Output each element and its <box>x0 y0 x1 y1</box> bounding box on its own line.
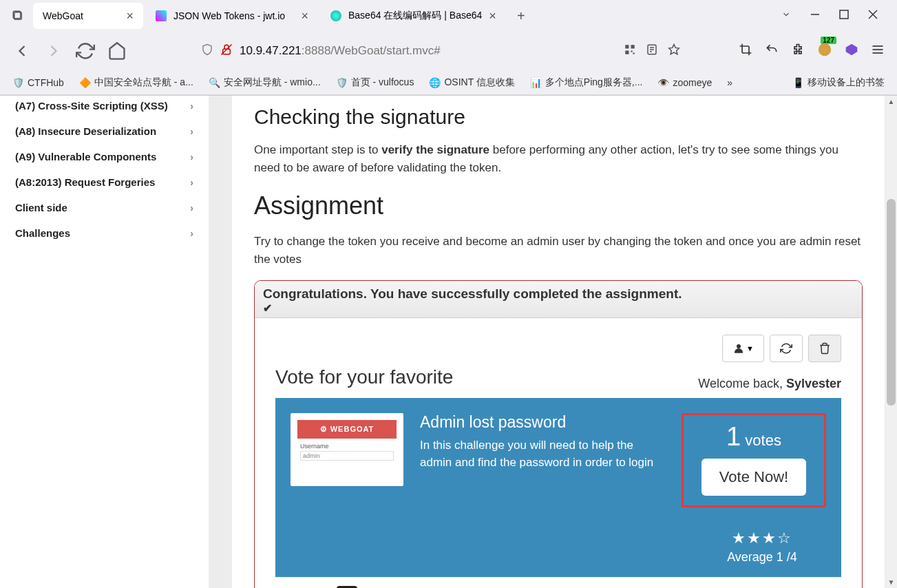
svg-rect-3 <box>840 10 848 19</box>
insecure-icon[interactable] <box>220 43 233 59</box>
bookmark-icon: 👁️ <box>657 77 668 88</box>
browser-chrome: WebGoat × JSON Web Tokens - jwt.io × Bas… <box>0 0 897 96</box>
tab-title: Base64 在线编码解码 | Base64 <box>348 10 482 22</box>
bookmark-item[interactable]: 👁️zoomeye <box>657 77 712 88</box>
bookmark-item[interactable]: 🌐OSINT 信息收集 <box>429 76 514 89</box>
refresh-button[interactable] <box>770 335 803 362</box>
bookmark-item[interactable]: 📱移动设备上的书签 <box>792 76 885 89</box>
recent-tabs-icon[interactable] <box>6 3 30 28</box>
sidebar-item-a8-2013[interactable]: (A8:2013) Request Forgeries› <box>0 169 209 195</box>
chevron-right-icon: › <box>190 202 193 213</box>
close-window-icon[interactable] <box>868 10 878 22</box>
vote-card: ⚙ WEBGOAT Username admin Admin lost pass… <box>275 398 841 523</box>
tab-bar: WebGoat × JSON Web Tokens - jwt.io × Bas… <box>0 0 897 32</box>
checkmark-icon: ✔ <box>263 302 854 315</box>
minimize-icon[interactable] <box>810 10 820 22</box>
extension-purple-icon[interactable] <box>845 43 858 59</box>
sidebar-item-a9[interactable]: (A9) Vulnerable Components› <box>0 144 209 169</box>
heading-signature: Checking the signature <box>254 105 863 129</box>
close-icon[interactable]: × <box>489 9 496 23</box>
close-icon[interactable]: × <box>301 9 308 23</box>
scrollbar-thumb[interactable] <box>887 199 896 406</box>
page-content: (A7) Cross-Site Scripting (XSS)› (A8) In… <box>0 96 897 588</box>
sidebar-item-a8[interactable]: (A8) Insecure Deserialization› <box>0 118 209 144</box>
bookmark-item[interactable]: 🔍安全网址导航 - wmio... <box>209 76 321 89</box>
vote-box: 1 votes Vote Now! <box>682 413 826 507</box>
welcome-text: Welcome back, Sylvester <box>698 377 841 391</box>
success-banner: Congratulations. You have successfully c… <box>255 281 862 318</box>
url-text: 10.9.47.221:8888/WebGoat/start.mvc# <box>240 44 441 58</box>
svg-rect-12 <box>633 53 635 54</box>
average-text: Average 1 /4 <box>683 550 841 565</box>
window-controls <box>781 10 891 22</box>
home-icon[interactable] <box>107 41 127 61</box>
vote-now-button[interactable]: Vote Now! <box>701 459 806 496</box>
bookmark-icon: 🛡️ <box>336 77 347 88</box>
bookmark-icon: 🔍 <box>209 77 220 88</box>
tab-base64[interactable]: Base64 在线编码解码 | Base64 × <box>321 3 506 29</box>
sidebar: (A7) Cross-Site Scripting (XSS)› (A8) In… <box>0 96 209 588</box>
qr-icon[interactable] <box>624 43 636 59</box>
bookmark-item[interactable]: 🔶中国安全站点导航 - a... <box>79 76 193 89</box>
svg-rect-9 <box>631 45 635 48</box>
scroll-up-icon[interactable]: ▲ <box>885 96 897 107</box>
svg-point-23 <box>737 344 741 348</box>
menu-icon[interactable] <box>871 43 885 59</box>
chevron-right-icon: › <box>190 151 193 162</box>
url-bar[interactable]: 10.9.47.221:8888/WebGoat/start.mvc# <box>193 37 688 65</box>
rating: ★★★☆ Average 1 /4 <box>683 523 841 577</box>
chevron-right-icon: › <box>190 126 193 137</box>
tab-jwtio[interactable]: JSON Web Tokens - jwt.io × <box>146 3 318 29</box>
svg-marker-19 <box>846 44 858 56</box>
main-area: Checking the signature One important ste… <box>209 96 897 588</box>
extension-badge-icon[interactable]: 127 <box>817 42 832 60</box>
crop-icon[interactable] <box>739 43 752 59</box>
overflow-icon[interactable]: » <box>727 77 732 88</box>
assignment-panel: Congratulations. You have successfully c… <box>254 280 863 588</box>
vote-count: 1 votes <box>697 422 810 452</box>
bookmarks-bar: 🛡️CTFHub 🔶中国安全站点导航 - a... 🔍安全网址导航 - wmio… <box>0 70 897 95</box>
maximize-icon[interactable] <box>839 10 849 22</box>
extensions-icon[interactable] <box>791 43 805 59</box>
scrollbar[interactable]: ▲ ▼ <box>885 96 897 588</box>
user-dropdown-button[interactable]: ▼ <box>722 335 764 362</box>
svg-marker-17 <box>669 45 679 54</box>
close-icon[interactable]: × <box>126 9 134 23</box>
bookmark-item[interactable]: 📊多个地点Ping服务器,... <box>530 76 643 89</box>
bookmark-item[interactable]: 🛡️CTFHub <box>12 77 64 88</box>
scroll-down-icon[interactable]: ▼ <box>885 576 897 588</box>
sidebar-item-client[interactable]: Client side› <box>0 195 209 220</box>
stars-icon: ★★★☆ <box>683 529 841 547</box>
heading-assignment: Assignment <box>254 191 863 220</box>
undo-icon[interactable] <box>765 43 779 59</box>
reload-icon[interactable] <box>76 41 95 61</box>
bookmark-icon: 📊 <box>530 77 541 88</box>
mobile-icon: 📱 <box>792 77 803 88</box>
chevron-right-icon: › <box>190 177 193 188</box>
new-tab-button[interactable]: + <box>509 3 534 28</box>
bookmark-icon: 🌐 <box>429 77 440 88</box>
bookmark-icon: 🔶 <box>79 77 90 88</box>
toolbar: 10.9.47.221:8888/WebGoat/start.mvc# 127 <box>0 32 897 70</box>
bookmark-item[interactable]: 🛡️首页 - vulfocus <box>336 76 414 89</box>
sidebar-item-challenges[interactable]: Challenges› <box>0 220 209 246</box>
bookmark-star-icon[interactable] <box>668 43 680 59</box>
shield-icon[interactable] <box>201 43 213 59</box>
svg-rect-8 <box>625 45 629 48</box>
reader-icon[interactable] <box>646 43 658 59</box>
paragraph: Try to change the token you receive and … <box>254 233 863 268</box>
tab-title: WebGoat <box>43 10 83 21</box>
back-icon[interactable] <box>12 41 32 61</box>
bookmark-icon: 🛡️ <box>12 77 23 88</box>
svg-rect-10 <box>625 51 629 54</box>
tab-webgoat[interactable]: WebGoat × <box>33 3 143 29</box>
favicon-icon <box>156 10 167 21</box>
sidebar-item-a7[interactable]: (A7) Cross-Site Scripting (XSS)› <box>0 100 209 118</box>
list-tabs-icon[interactable] <box>781 10 791 22</box>
tab-title: JSON Web Tokens - jwt.io <box>173 10 285 21</box>
favicon-icon <box>330 10 341 21</box>
delete-button[interactable] <box>808 335 841 362</box>
card-description: In this challenge you will need to help … <box>420 437 665 471</box>
card-title: Admin lost password <box>420 413 665 432</box>
thumbnail: ⚙ WEBGOAT Username admin <box>291 413 403 486</box>
